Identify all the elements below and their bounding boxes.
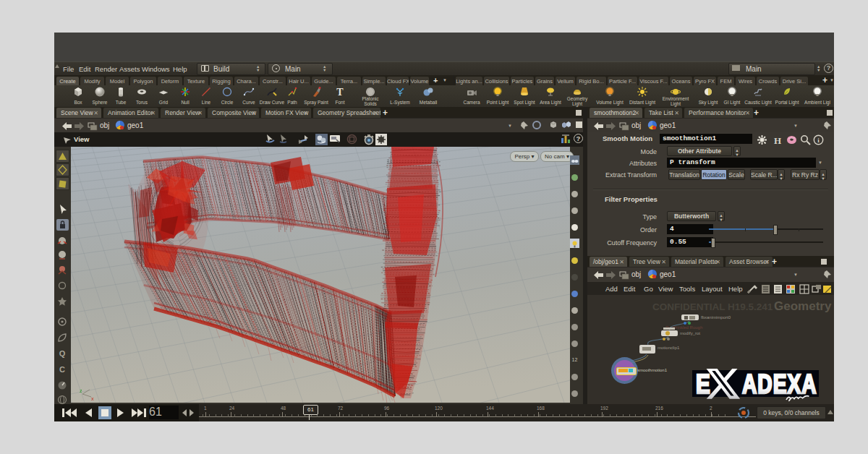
svg-text:z: z [80, 388, 82, 393]
svg-text:T: T [336, 87, 344, 98]
svg-text:i: i [817, 137, 820, 144]
svg-text:Q: Q [59, 349, 66, 358]
svg-text:C: C [59, 365, 65, 374]
svg-text:E: E [696, 369, 710, 399]
svg-text:x: x [91, 396, 94, 401]
svg-text:H: H [774, 135, 781, 146]
svg-text:ADEXA: ADEXA [742, 369, 817, 399]
